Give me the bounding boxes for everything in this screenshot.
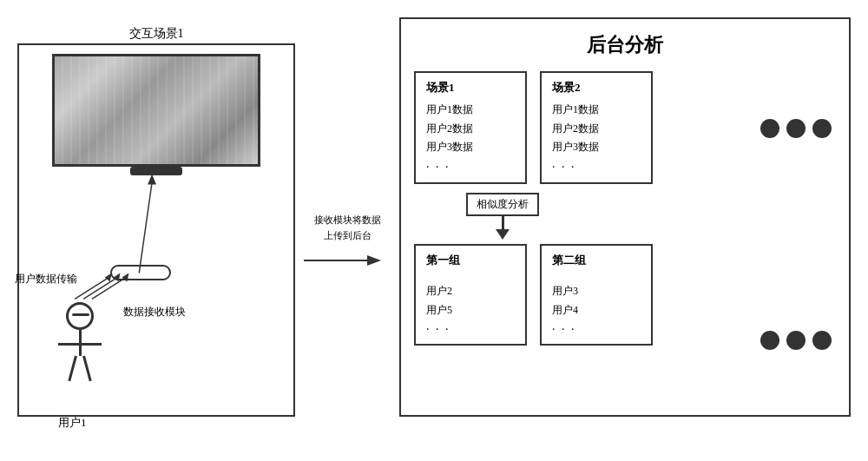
arrow-shaft <box>502 216 504 229</box>
scene1-item2: 用户2数据 <box>426 120 515 139</box>
scene1-ellipsis: · · · <box>426 161 515 175</box>
tv-frame <box>52 54 260 167</box>
dots-column <box>756 71 836 398</box>
group2-item1: 用户3 <box>552 282 641 301</box>
tv-stand <box>130 167 182 175</box>
arrow-down <box>496 229 510 240</box>
scene2-ellipsis: · · · <box>552 161 641 175</box>
stick-leg-left <box>68 356 77 382</box>
dot-5 <box>786 331 806 350</box>
tv-content <box>55 56 258 164</box>
label-data-receiver: 数据接收模块 <box>123 305 186 319</box>
main-container: 交互场景1 用户数据传输 数据接收模块 用户1 <box>17 17 851 443</box>
svg-line-2 <box>92 277 127 299</box>
groups-row: 第一组 用户2 用户5 · · · 第二组 用户3 用户4 · · · <box>414 244 747 346</box>
arrow-label-line2: 上传到后台 <box>324 230 372 240</box>
scene2-title: 场景2 <box>552 80 641 95</box>
svg-line-6 <box>139 183 152 273</box>
group1-card: 第一组 用户2 用户5 · · · <box>414 244 527 346</box>
scene1-item3: 用户3数据 <box>426 138 515 157</box>
scene2-item1: 用户1数据 <box>552 101 641 120</box>
similarity-box: 相似度分析 <box>466 193 539 216</box>
dots-row-top <box>760 119 832 138</box>
scene2-item3: 用户3数据 <box>552 138 641 157</box>
dot-1 <box>760 119 779 138</box>
stick-leg-right <box>82 356 92 382</box>
group1-item1: 用户2 <box>426 282 515 301</box>
dot-4 <box>760 331 779 350</box>
scene2-item2: 用户2数据 <box>552 120 641 139</box>
receiver-module <box>110 265 171 280</box>
group2-ellipsis: · · · <box>552 323 641 337</box>
svg-marker-7 <box>148 175 156 185</box>
arrow-label-line1: 接收模块将数据 <box>314 214 381 225</box>
scene1-item1: 用户1数据 <box>426 101 515 120</box>
group2-card: 第二组 用户3 用户4 · · · <box>540 244 653 346</box>
dot-6 <box>812 331 832 350</box>
similarity-row: 相似度分析 <box>466 193 747 240</box>
group2-title: 第二组 <box>552 253 641 268</box>
group1-title: 第一组 <box>426 253 515 268</box>
scene1-title: 场景1 <box>426 80 515 95</box>
similarity-arrow: 相似度分析 <box>466 193 539 240</box>
tv-screen <box>52 54 260 175</box>
group1-item2: 用户5 <box>426 301 515 320</box>
label-user1: 用户1 <box>58 415 87 431</box>
center-arrow <box>304 247 391 273</box>
scenes-row: 场景1 用户1数据 用户2数据 用户3数据 · · · 场景2 用户1数据 用户… <box>414 71 747 184</box>
right-main: 场景1 用户1数据 用户2数据 用户3数据 · · · 场景2 用户1数据 用户… <box>414 71 747 398</box>
svg-line-0 <box>75 277 109 299</box>
dot-2 <box>786 119 806 138</box>
dot-3 <box>812 119 832 138</box>
dots-row-bottom <box>760 331 832 350</box>
label-user-data: 用户数据传输 <box>15 272 77 286</box>
scene1-card: 场景1 用户1数据 用户2数据 用户3数据 · · · <box>414 71 527 184</box>
scene-label: 交互场景1 <box>129 26 184 42</box>
left-section: 交互场景1 用户数据传输 数据接收模块 用户1 <box>17 43 295 417</box>
right-section: 后台分析 场景1 用户1数据 用户2数据 用户3数据 · · · <box>399 17 851 417</box>
group1-ellipsis: · · · <box>426 323 515 337</box>
scene2-card: 场景2 用户1数据 用户2数据 用户3数据 · · · <box>540 71 653 184</box>
group2-item2: 用户4 <box>552 301 641 320</box>
svg-line-1 <box>83 277 118 299</box>
stick-figure <box>54 302 106 406</box>
right-content: 场景1 用户1数据 用户2数据 用户3数据 · · · 场景2 用户1数据 用户… <box>414 71 836 398</box>
backend-title: 后台分析 <box>414 32 836 58</box>
stick-legs <box>54 356 106 382</box>
stick-head <box>66 302 94 330</box>
